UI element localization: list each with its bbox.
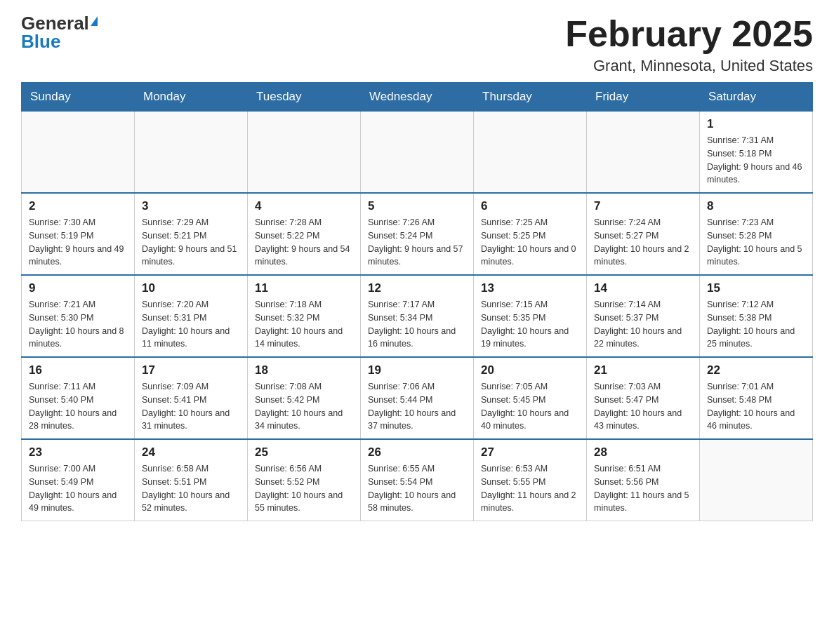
calendar-title: February 2025 — [565, 14, 813, 54]
calendar-week-4: 23Sunrise: 7:00 AMSunset: 5:49 PMDayligh… — [22, 439, 813, 521]
calendar-cell: 22Sunrise: 7:01 AMSunset: 5:48 PMDayligh… — [700, 357, 813, 439]
day-info: Sunrise: 7:09 AMSunset: 5:41 PMDaylight:… — [142, 380, 240, 433]
calendar-cell: 16Sunrise: 7:11 AMSunset: 5:40 PMDayligh… — [22, 357, 135, 439]
calendar-cell: 8Sunrise: 7:23 AMSunset: 5:28 PMDaylight… — [700, 193, 813, 275]
calendar-cell: 14Sunrise: 7:14 AMSunset: 5:37 PMDayligh… — [587, 275, 700, 357]
day-number: 17 — [142, 363, 240, 377]
day-number: 15 — [707, 281, 805, 295]
day-number: 4 — [255, 199, 353, 213]
day-number: 25 — [255, 445, 353, 459]
day-info: Sunrise: 7:15 AMSunset: 5:35 PMDaylight:… — [481, 298, 579, 351]
day-info: Sunrise: 7:06 AMSunset: 5:44 PMDaylight:… — [368, 380, 466, 433]
day-number: 23 — [29, 445, 127, 459]
calendar-table: SundayMondayTuesdayWednesdayThursdayFrid… — [21, 82, 813, 521]
day-number: 13 — [481, 281, 579, 295]
calendar-cell: 25Sunrise: 6:56 AMSunset: 5:52 PMDayligh… — [248, 439, 361, 521]
calendar-cell: 26Sunrise: 6:55 AMSunset: 5:54 PMDayligh… — [361, 439, 474, 521]
day-info: Sunrise: 7:11 AMSunset: 5:40 PMDaylight:… — [29, 380, 127, 433]
calendar-cell: 13Sunrise: 7:15 AMSunset: 5:35 PMDayligh… — [474, 275, 587, 357]
calendar-cell: 28Sunrise: 6:51 AMSunset: 5:56 PMDayligh… — [587, 439, 700, 521]
calendar-cell — [587, 112, 700, 194]
calendar-cell: 10Sunrise: 7:20 AMSunset: 5:31 PMDayligh… — [135, 275, 248, 357]
calendar-cell: 4Sunrise: 7:28 AMSunset: 5:22 PMDaylight… — [248, 193, 361, 275]
day-info: Sunrise: 7:30 AMSunset: 5:19 PMDaylight:… — [29, 216, 127, 269]
calendar-week-1: 2Sunrise: 7:30 AMSunset: 5:19 PMDaylight… — [22, 193, 813, 275]
day-header-wednesday: Wednesday — [361, 83, 474, 112]
calendar-subtitle: Grant, Minnesota, United States — [565, 57, 813, 75]
day-number: 3 — [142, 199, 240, 213]
day-number: 7 — [594, 199, 692, 213]
day-header-monday: Monday — [135, 83, 248, 112]
calendar-week-3: 16Sunrise: 7:11 AMSunset: 5:40 PMDayligh… — [22, 357, 813, 439]
day-info: Sunrise: 7:12 AMSunset: 5:38 PMDaylight:… — [707, 298, 805, 351]
calendar-cell: 9Sunrise: 7:21 AMSunset: 5:30 PMDaylight… — [22, 275, 135, 357]
calendar-cell: 27Sunrise: 6:53 AMSunset: 5:55 PMDayligh… — [474, 439, 587, 521]
day-number: 12 — [368, 281, 466, 295]
logo-general-text: General — [21, 14, 89, 32]
day-number: 5 — [368, 199, 466, 213]
calendar-cell — [361, 112, 474, 194]
day-info: Sunrise: 7:21 AMSunset: 5:30 PMDaylight:… — [29, 298, 127, 351]
calendar-cell — [135, 112, 248, 194]
day-header-sunday: Sunday — [22, 83, 135, 112]
calendar-cell: 2Sunrise: 7:30 AMSunset: 5:19 PMDaylight… — [22, 193, 135, 275]
calendar-cell — [474, 112, 587, 194]
day-number: 26 — [368, 445, 466, 459]
day-info: Sunrise: 6:55 AMSunset: 5:54 PMDaylight:… — [368, 462, 466, 515]
day-info: Sunrise: 7:23 AMSunset: 5:28 PMDaylight:… — [707, 216, 805, 269]
page-header: General Blue February 2025 Grant, Minnes… — [21, 14, 813, 75]
day-info: Sunrise: 7:25 AMSunset: 5:25 PMDaylight:… — [481, 216, 579, 269]
calendar-cell: 23Sunrise: 7:00 AMSunset: 5:49 PMDayligh… — [22, 439, 135, 521]
logo-blue-text: Blue — [21, 32, 60, 51]
day-info: Sunrise: 7:31 AMSunset: 5:18 PMDaylight:… — [707, 134, 805, 187]
title-section: February 2025 Grant, Minnesota, United S… — [565, 14, 813, 75]
day-number: 21 — [594, 363, 692, 377]
day-number: 9 — [29, 281, 127, 295]
calendar-cell: 3Sunrise: 7:29 AMSunset: 5:21 PMDaylight… — [135, 193, 248, 275]
calendar-cell: 5Sunrise: 7:26 AMSunset: 5:24 PMDaylight… — [361, 193, 474, 275]
day-info: Sunrise: 7:20 AMSunset: 5:31 PMDaylight:… — [142, 298, 240, 351]
day-number: 6 — [481, 199, 579, 213]
day-info: Sunrise: 6:58 AMSunset: 5:51 PMDaylight:… — [142, 462, 240, 515]
day-info: Sunrise: 7:01 AMSunset: 5:48 PMDaylight:… — [707, 380, 805, 433]
day-number: 11 — [255, 281, 353, 295]
day-number: 24 — [142, 445, 240, 459]
day-info: Sunrise: 7:08 AMSunset: 5:42 PMDaylight:… — [255, 380, 353, 433]
calendar-cell: 20Sunrise: 7:05 AMSunset: 5:45 PMDayligh… — [474, 357, 587, 439]
day-header-tuesday: Tuesday — [248, 83, 361, 112]
calendar-cell: 6Sunrise: 7:25 AMSunset: 5:25 PMDaylight… — [474, 193, 587, 275]
calendar-cell: 7Sunrise: 7:24 AMSunset: 5:27 PMDaylight… — [587, 193, 700, 275]
day-number: 8 — [707, 199, 805, 213]
day-header-saturday: Saturday — [700, 83, 813, 112]
calendar-cell — [248, 112, 361, 194]
day-info: Sunrise: 7:00 AMSunset: 5:49 PMDaylight:… — [29, 462, 127, 515]
day-number: 16 — [29, 363, 127, 377]
day-number: 18 — [255, 363, 353, 377]
day-info: Sunrise: 7:14 AMSunset: 5:37 PMDaylight:… — [594, 298, 692, 351]
calendar-cell: 12Sunrise: 7:17 AMSunset: 5:34 PMDayligh… — [361, 275, 474, 357]
calendar-week-0: 1Sunrise: 7:31 AMSunset: 5:18 PMDaylight… — [22, 112, 813, 194]
day-header-friday: Friday — [587, 83, 700, 112]
calendar-cell: 21Sunrise: 7:03 AMSunset: 5:47 PMDayligh… — [587, 357, 700, 439]
day-info: Sunrise: 6:53 AMSunset: 5:55 PMDaylight:… — [481, 462, 579, 515]
day-info: Sunrise: 7:18 AMSunset: 5:32 PMDaylight:… — [255, 298, 353, 351]
calendar-header: SundayMondayTuesdayWednesdayThursdayFrid… — [22, 83, 813, 112]
calendar-body: 1Sunrise: 7:31 AMSunset: 5:18 PMDaylight… — [22, 112, 813, 521]
calendar-week-2: 9Sunrise: 7:21 AMSunset: 5:30 PMDaylight… — [22, 275, 813, 357]
day-info: Sunrise: 6:56 AMSunset: 5:52 PMDaylight:… — [255, 462, 353, 515]
calendar-cell: 24Sunrise: 6:58 AMSunset: 5:51 PMDayligh… — [135, 439, 248, 521]
day-info: Sunrise: 7:03 AMSunset: 5:47 PMDaylight:… — [594, 380, 692, 433]
calendar-cell — [22, 112, 135, 194]
day-info: Sunrise: 7:05 AMSunset: 5:45 PMDaylight:… — [481, 380, 579, 433]
day-info: Sunrise: 7:26 AMSunset: 5:24 PMDaylight:… — [368, 216, 466, 269]
day-number: 19 — [368, 363, 466, 377]
calendar-cell: 15Sunrise: 7:12 AMSunset: 5:38 PMDayligh… — [700, 275, 813, 357]
day-header-thursday: Thursday — [474, 83, 587, 112]
calendar-cell: 11Sunrise: 7:18 AMSunset: 5:32 PMDayligh… — [248, 275, 361, 357]
day-number: 20 — [481, 363, 579, 377]
day-info: Sunrise: 7:24 AMSunset: 5:27 PMDaylight:… — [594, 216, 692, 269]
day-info: Sunrise: 7:17 AMSunset: 5:34 PMDaylight:… — [368, 298, 466, 351]
day-info: Sunrise: 6:51 AMSunset: 5:56 PMDaylight:… — [594, 462, 692, 515]
calendar-cell: 19Sunrise: 7:06 AMSunset: 5:44 PMDayligh… — [361, 357, 474, 439]
day-number: 10 — [142, 281, 240, 295]
